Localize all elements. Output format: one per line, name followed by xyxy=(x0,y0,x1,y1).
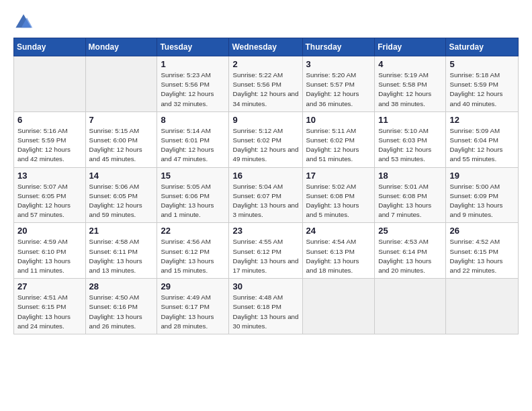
day-number: 21 xyxy=(89,226,154,236)
calendar-cell: 22Sunrise: 4:56 AMSunset: 6:12 PMDayligh… xyxy=(157,223,229,279)
day-number: 16 xyxy=(232,171,298,181)
calendar-cell: 10Sunrise: 5:11 AMSunset: 6:02 PMDayligh… xyxy=(302,111,375,167)
day-number: 23 xyxy=(232,226,298,236)
calendar-week-row: 1Sunrise: 5:23 AMSunset: 5:56 PMDaylight… xyxy=(14,56,519,112)
calendar-cell: 17Sunrise: 5:02 AMSunset: 6:08 PMDayligh… xyxy=(302,167,375,223)
day-number: 20 xyxy=(17,226,82,236)
day-detail: Sunrise: 4:54 AMSunset: 6:13 PMDaylight:… xyxy=(306,237,371,275)
day-number: 15 xyxy=(161,171,225,181)
day-number: 11 xyxy=(378,115,442,125)
day-number: 3 xyxy=(306,59,371,69)
calendar-cell: 26Sunrise: 4:52 AMSunset: 6:15 PMDayligh… xyxy=(446,223,519,279)
day-detail: Sunrise: 5:12 AMSunset: 6:02 PMDaylight:… xyxy=(232,126,298,165)
day-detail: Sunrise: 4:53 AMSunset: 6:14 PMDaylight:… xyxy=(378,237,442,275)
day-number: 24 xyxy=(306,226,371,236)
day-detail: Sunrise: 5:00 AMSunset: 6:09 PMDaylight:… xyxy=(449,182,515,220)
calendar-cell xyxy=(85,56,157,112)
day-number: 1 xyxy=(161,59,225,69)
day-detail: Sunrise: 5:07 AMSunset: 6:05 PMDaylight:… xyxy=(17,182,82,220)
day-detail: Sunrise: 4:50 AMSunset: 6:16 PMDaylight:… xyxy=(89,293,154,331)
day-detail: Sunrise: 5:05 AMSunset: 6:06 PMDaylight:… xyxy=(161,182,225,220)
calendar-cell: 14Sunrise: 5:06 AMSunset: 6:05 PMDayligh… xyxy=(85,167,157,223)
calendar-cell: 25Sunrise: 4:53 AMSunset: 6:14 PMDayligh… xyxy=(375,223,446,279)
weekday-header: Monday xyxy=(85,38,157,56)
page: SundayMondayTuesdayWednesdayThursdayFrid… xyxy=(0,0,532,411)
calendar-cell: 27Sunrise: 4:51 AMSunset: 6:15 PMDayligh… xyxy=(14,279,86,334)
calendar-week-row: 20Sunrise: 4:59 AMSunset: 6:10 PMDayligh… xyxy=(14,223,519,279)
calendar-week-row: 6Sunrise: 5:16 AMSunset: 5:59 PMDaylight… xyxy=(14,111,519,167)
day-number: 19 xyxy=(449,171,515,181)
day-number: 17 xyxy=(306,171,371,181)
day-number: 18 xyxy=(378,171,442,181)
day-detail: Sunrise: 5:19 AMSunset: 5:58 PMDaylight:… xyxy=(378,71,442,109)
calendar-cell: 9Sunrise: 5:12 AMSunset: 6:02 PMDaylight… xyxy=(229,111,302,167)
day-detail: Sunrise: 4:58 AMSunset: 6:11 PMDaylight:… xyxy=(89,237,154,275)
calendar-cell: 1Sunrise: 5:23 AMSunset: 5:56 PMDaylight… xyxy=(157,56,229,112)
day-number: 9 xyxy=(232,115,298,125)
weekday-header: Sunday xyxy=(14,38,86,56)
day-number: 13 xyxy=(17,171,82,181)
day-number: 30 xyxy=(232,281,298,291)
calendar-table: SundayMondayTuesdayWednesdayThursdayFrid… xyxy=(13,38,519,334)
calendar-cell xyxy=(446,279,519,334)
calendar-week-row: 27Sunrise: 4:51 AMSunset: 6:15 PMDayligh… xyxy=(14,279,519,334)
logo-icon xyxy=(13,12,34,32)
day-detail: Sunrise: 5:23 AMSunset: 5:56 PMDaylight:… xyxy=(161,71,225,109)
day-detail: Sunrise: 5:22 AMSunset: 5:56 PMDaylight:… xyxy=(232,71,298,109)
day-detail: Sunrise: 5:01 AMSunset: 6:08 PMDaylight:… xyxy=(378,182,442,220)
weekday-header: Wednesday xyxy=(229,38,302,56)
day-number: 26 xyxy=(449,226,515,236)
calendar-cell: 7Sunrise: 5:15 AMSunset: 6:00 PMDaylight… xyxy=(85,111,157,167)
day-number: 12 xyxy=(449,115,515,125)
day-detail: Sunrise: 4:56 AMSunset: 6:12 PMDaylight:… xyxy=(161,237,225,275)
day-detail: Sunrise: 4:59 AMSunset: 6:10 PMDaylight:… xyxy=(17,237,82,275)
day-number: 6 xyxy=(17,115,82,125)
calendar-cell: 11Sunrise: 5:10 AMSunset: 6:03 PMDayligh… xyxy=(375,111,446,167)
day-detail: Sunrise: 5:02 AMSunset: 6:08 PMDaylight:… xyxy=(306,182,371,220)
day-number: 7 xyxy=(89,115,154,125)
calendar-cell: 5Sunrise: 5:18 AMSunset: 5:59 PMDaylight… xyxy=(446,56,519,112)
calendar-cell: 4Sunrise: 5:19 AMSunset: 5:58 PMDaylight… xyxy=(375,56,446,112)
weekday-header: Thursday xyxy=(302,38,375,56)
day-detail: Sunrise: 5:20 AMSunset: 5:57 PMDaylight:… xyxy=(306,71,371,109)
day-detail: Sunrise: 4:51 AMSunset: 6:15 PMDaylight:… xyxy=(17,293,82,331)
day-number: 29 xyxy=(161,281,225,291)
calendar-cell xyxy=(375,279,446,334)
weekday-header: Saturday xyxy=(446,38,519,56)
day-number: 27 xyxy=(17,281,82,291)
weekday-header: Tuesday xyxy=(157,38,229,56)
calendar-cell: 29Sunrise: 4:49 AMSunset: 6:17 PMDayligh… xyxy=(157,279,229,334)
day-number: 8 xyxy=(161,115,225,125)
calendar-cell xyxy=(14,56,86,112)
day-detail: Sunrise: 5:14 AMSunset: 6:01 PMDaylight:… xyxy=(161,126,225,165)
calendar-cell: 16Sunrise: 5:04 AMSunset: 6:07 PMDayligh… xyxy=(229,167,302,223)
day-detail: Sunrise: 5:04 AMSunset: 6:07 PMDaylight:… xyxy=(232,182,298,220)
calendar-cell: 19Sunrise: 5:00 AMSunset: 6:09 PMDayligh… xyxy=(446,167,519,223)
weekday-header: Friday xyxy=(375,38,446,56)
day-detail: Sunrise: 4:52 AMSunset: 6:15 PMDaylight:… xyxy=(449,237,515,275)
day-detail: Sunrise: 5:10 AMSunset: 6:03 PMDaylight:… xyxy=(378,126,442,165)
day-detail: Sunrise: 5:06 AMSunset: 6:05 PMDaylight:… xyxy=(89,182,154,220)
calendar-cell: 13Sunrise: 5:07 AMSunset: 6:05 PMDayligh… xyxy=(14,167,86,223)
calendar-cell: 24Sunrise: 4:54 AMSunset: 6:13 PMDayligh… xyxy=(302,223,375,279)
day-detail: Sunrise: 5:15 AMSunset: 6:00 PMDaylight:… xyxy=(89,126,154,165)
calendar-cell: 8Sunrise: 5:14 AMSunset: 6:01 PMDaylight… xyxy=(157,111,229,167)
calendar-cell: 28Sunrise: 4:50 AMSunset: 6:16 PMDayligh… xyxy=(85,279,157,334)
calendar-cell: 21Sunrise: 4:58 AMSunset: 6:11 PMDayligh… xyxy=(85,223,157,279)
calendar-cell: 23Sunrise: 4:55 AMSunset: 6:12 PMDayligh… xyxy=(229,223,302,279)
day-number: 25 xyxy=(378,226,442,236)
weekday-header-row: SundayMondayTuesdayWednesdayThursdayFrid… xyxy=(14,38,519,56)
day-number: 5 xyxy=(449,59,515,69)
calendar-cell: 2Sunrise: 5:22 AMSunset: 5:56 PMDaylight… xyxy=(229,56,302,112)
calendar-cell: 15Sunrise: 5:05 AMSunset: 6:06 PMDayligh… xyxy=(157,167,229,223)
day-detail: Sunrise: 4:49 AMSunset: 6:17 PMDaylight:… xyxy=(161,293,225,331)
day-number: 2 xyxy=(232,59,298,69)
day-detail: Sunrise: 4:48 AMSunset: 6:18 PMDaylight:… xyxy=(232,293,298,331)
calendar-cell: 18Sunrise: 5:01 AMSunset: 6:08 PMDayligh… xyxy=(375,167,446,223)
day-detail: Sunrise: 5:11 AMSunset: 6:02 PMDaylight:… xyxy=(306,126,371,165)
day-detail: Sunrise: 5:16 AMSunset: 5:59 PMDaylight:… xyxy=(17,126,82,165)
calendar-week-row: 13Sunrise: 5:07 AMSunset: 6:05 PMDayligh… xyxy=(14,167,519,223)
calendar-cell: 6Sunrise: 5:16 AMSunset: 5:59 PMDaylight… xyxy=(14,111,86,167)
logo xyxy=(13,12,36,32)
calendar-cell: 12Sunrise: 5:09 AMSunset: 6:04 PMDayligh… xyxy=(446,111,519,167)
